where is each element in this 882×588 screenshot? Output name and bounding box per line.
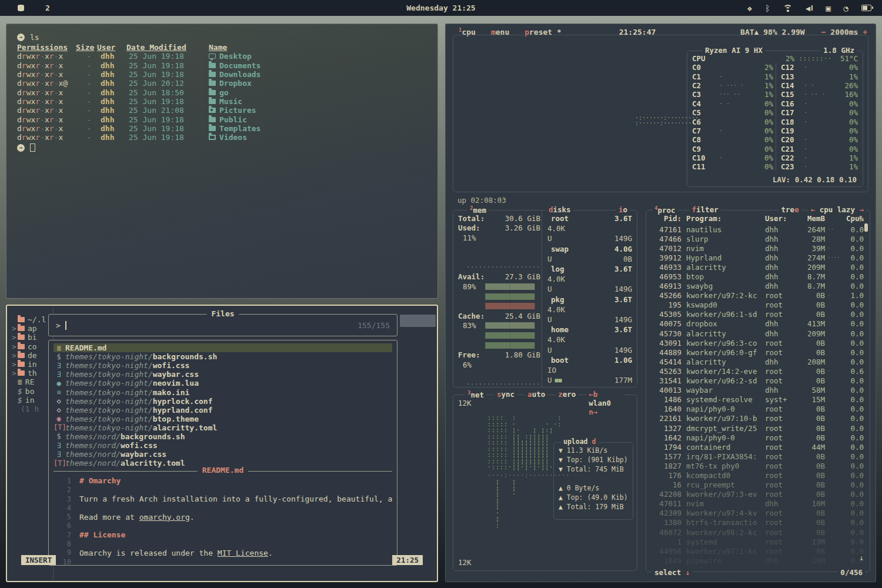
- process-row[interactable]: 44889 kworker/u96:0-gf root 0B 0.0: [649, 348, 867, 357]
- bluetooth-icon[interactable]: ᛒ: [765, 4, 770, 12]
- tree-item[interactable]: bo: [12, 387, 51, 396]
- btop-window[interactable]: 1cpu menu preset * 21:25:47 BAT▲ 98% 2.9…: [445, 24, 876, 582]
- process-row[interactable]: 39912 Hyprland dhh 274M ···· 0.0: [649, 253, 867, 262]
- process-row[interactable]: 176 kcompactd0 root 0B 0.0: [649, 470, 867, 480]
- picker-file-item[interactable]: Ǝ themes/nord/ waybar.css: [54, 450, 392, 459]
- uptime: up 02:08:03: [457, 196, 506, 205]
- tree-item[interactable]: RE: [12, 377, 51, 386]
- link-text[interactable]: omarchy.org: [139, 513, 190, 522]
- workspace-2-number[interactable]: 2: [45, 4, 50, 12]
- tree-item[interactable]: > de: [12, 351, 51, 360]
- proc-tree-toggle[interactable]: tree: [779, 205, 801, 215]
- process-row[interactable]: 1380 btrfs-transactio root 0B 0.0: [649, 518, 867, 527]
- process-row[interactable]: 47012 nvim dhh 39M · 0.0: [649, 243, 867, 253]
- process-row[interactable]: 195 kswapd0 root 0B 0.0: [649, 300, 867, 310]
- picker-file-item[interactable]: ◇ themes/tokyo-night/ hyprland.conf: [54, 406, 392, 415]
- tree-item[interactable]: > ap: [12, 324, 51, 333]
- process-row[interactable]: 47011 nvim dhh 10M 0.0: [649, 499, 867, 509]
- process-row[interactable]: 45263 kworker/14:2-eve root 0B · 0.6: [649, 366, 867, 376]
- net-zero-toggle[interactable]: zero: [556, 390, 578, 416]
- process-row[interactable]: 46933 alacritty dhh 209M 0.0: [649, 262, 867, 272]
- process-row[interactable]: 46913 swaybg dhh 8.7M 0.0: [649, 282, 867, 291]
- process-row[interactable]: 42208 kworker/u97:3-ev root 0B 0.0: [649, 490, 867, 499]
- battery-icon[interactable]: [861, 5, 871, 11]
- tree-item[interactable]: > in: [12, 360, 51, 369]
- tree-item[interactable]: > th: [12, 369, 51, 377]
- net-interface-switcher[interactable]: ←b wlan0 n→: [586, 390, 625, 416]
- tree-item[interactable]: > bi: [12, 333, 51, 342]
- picker-file-item[interactable]: [T] themes/tokyo-night/ alacritty.toml: [54, 423, 392, 432]
- mem-total: 30.6 GiB: [492, 214, 540, 223]
- picker-file-item[interactable]: ◇ themes/tokyo-night/ hyprlock.conf: [54, 397, 392, 406]
- cpu-chip-icon[interactable]: ▣: [826, 4, 830, 12]
- process-row[interactable]: 44956 kworker/u97:1-kc root 0B 0.0: [649, 546, 867, 556]
- process-row[interactable]: 47466 slurp dhh 28M 0.0: [649, 234, 867, 243]
- core-row: C3 ··· ·· 1% C15 · ·· · 16%: [687, 90, 863, 99]
- tree-item[interactable]: > co: [12, 342, 51, 351]
- picker-file-item[interactable]: Ǝ themes/tokyo-night/ wofi.css: [54, 361, 392, 370]
- core-row: C2 · ··· · 1% C14 · · 26%: [687, 81, 863, 90]
- process-row[interactable]: 1845 pipewire dhh 10M 0.0: [649, 556, 867, 565]
- cpu-meter: ::::::··: [794, 55, 832, 62]
- process-row[interactable]: 46072 kworker/u98:2-kc root 0B 0.0: [649, 527, 867, 537]
- picker-file-item[interactable]: ● themes/tokyo-night/ neovim.lua: [54, 379, 392, 387]
- process-row[interactable]: 46953 btop dhh 8.7M 0.0: [649, 272, 867, 281]
- process-row[interactable]: 45414 alacritty dhh 208M 0.0: [649, 357, 867, 366]
- process-row[interactable]: 1640 napi/phy0-0 root 0B 0.0: [649, 405, 867, 414]
- ls-header-row: Permissions Size User Date Modified Name: [17, 43, 437, 52]
- picker-file-item[interactable]: Ǝ themes/nord/ wofi.css: [54, 441, 392, 450]
- tab-proc[interactable]: 4proc: [652, 205, 678, 215]
- process-row[interactable]: 31541 kworker/u96:2-sd root 0B 0.0: [649, 376, 867, 386]
- process-row[interactable]: 1486 systemd-resolve syst+ 15M 0.0: [649, 395, 867, 405]
- tree-item[interactable]: (1 h: [12, 405, 51, 413]
- picker-input-box[interactable]: Files > 155/155: [48, 314, 397, 336]
- scroll-down-icon[interactable]: ↓: [859, 553, 864, 562]
- tree-item[interactable]: in: [12, 396, 51, 405]
- disk-line: 4.0K: [546, 305, 632, 315]
- picker-file-item[interactable]: ≣ README.md: [54, 343, 392, 352]
- process-row[interactable]: 1 systemd root 13M 0.0: [649, 537, 867, 546]
- disk-line: pkg3.6T: [546, 295, 632, 305]
- picker-file-item[interactable]: Ǝ themes/tokyo-night/ waybar.css: [54, 370, 392, 379]
- gauge-icon[interactable]: ◔: [844, 4, 848, 12]
- process-row[interactable]: 1642 napi/phy0-0 root 0B 0.0: [649, 433, 867, 442]
- proc-sort-switcher[interactable]: ← cpu lazy →: [808, 205, 866, 215]
- scrollbar-thumb[interactable]: [400, 315, 436, 327]
- process-row[interactable]: 22161 kworker/u97:10-b root 0B 0.0: [649, 414, 867, 423]
- picker-file-item[interactable]: $ themes/tokyo-night/ backgrounds.sh: [54, 352, 392, 361]
- select-hint[interactable]: select ↓: [652, 568, 692, 577]
- process-row[interactable]: 16 rcu_preempt root 0B 0.0: [649, 480, 867, 490]
- sort-direction-icon[interactable]: ↑: [858, 215, 863, 223]
- process-row[interactable]: 1794 containerd root 44M 0.0: [649, 442, 867, 452]
- tree-item-icon: [18, 387, 22, 396]
- net-sync-toggle[interactable]: sync: [495, 390, 517, 416]
- wifi-icon[interactable]: [783, 5, 793, 12]
- io-label[interactable]: io: [616, 205, 630, 214]
- tree-item[interactable]: ~/.l: [12, 315, 51, 324]
- process-row[interactable]: 45730 alacritty dhh 209M 0.0: [649, 329, 867, 338]
- process-row[interactable]: 45266 kworker/u97:2-kc root 0B · 1.0: [649, 291, 867, 300]
- process-row[interactable]: 42309 kworker/u97:4-kv root 0B 0.0: [649, 509, 867, 518]
- process-row[interactable]: 1327 dmcrypt_write/25 root 0B 0.0: [649, 423, 867, 433]
- volume-icon[interactable]: ◀: [806, 4, 813, 12]
- net-auto-toggle[interactable]: auto: [525, 390, 547, 416]
- process-row[interactable]: 1577 irq/81-PIXA3854: root 0B 0.0: [649, 452, 867, 461]
- workspace-1-indicator[interactable]: [18, 5, 24, 11]
- core-row: C1 · 1% C13 1%: [687, 72, 863, 81]
- process-row[interactable]: 40075 dropbox dhh 413M 0.0: [649, 319, 867, 329]
- process-row[interactable]: 47161 nautilus dhh 264M ·· 0.0: [649, 225, 867, 234]
- process-row[interactable]: 43091 kworker/u96:3-co root 0B 0.0: [649, 338, 867, 348]
- process-row[interactable]: 45305 kworker/u96:1-sd root 0B 0.0: [649, 310, 867, 319]
- picker-file-item[interactable]: ◉ themes/tokyo-night/ btop.theme: [54, 415, 392, 423]
- core-row: C9 0% C21 · 0%: [687, 145, 863, 153]
- core-row: C0 2% C12 · 0%: [687, 63, 863, 72]
- process-row[interactable]: 1827 mt76-tx phy0 root 0B 0.0: [649, 461, 867, 470]
- process-row[interactable]: 40013 waybar dhh 58M 0.0: [649, 386, 867, 395]
- picker-file-item[interactable]: $ themes/nord/ backgrounds.sh: [54, 432, 392, 441]
- picker-file-item[interactable]: ≡ themes/tokyo-night/ mako.ini: [54, 387, 392, 396]
- dropbox-icon[interactable]: ❖: [747, 4, 752, 12]
- terminal-window[interactable]: ls Permissions Size User Date Modified N…: [6, 24, 438, 299]
- disks-label[interactable]: disks: [546, 205, 573, 214]
- proc-filter-button[interactable]: filter: [690, 205, 721, 215]
- neovim-window[interactable]: ~/.l > ap > bi > co > de: [6, 305, 438, 582]
